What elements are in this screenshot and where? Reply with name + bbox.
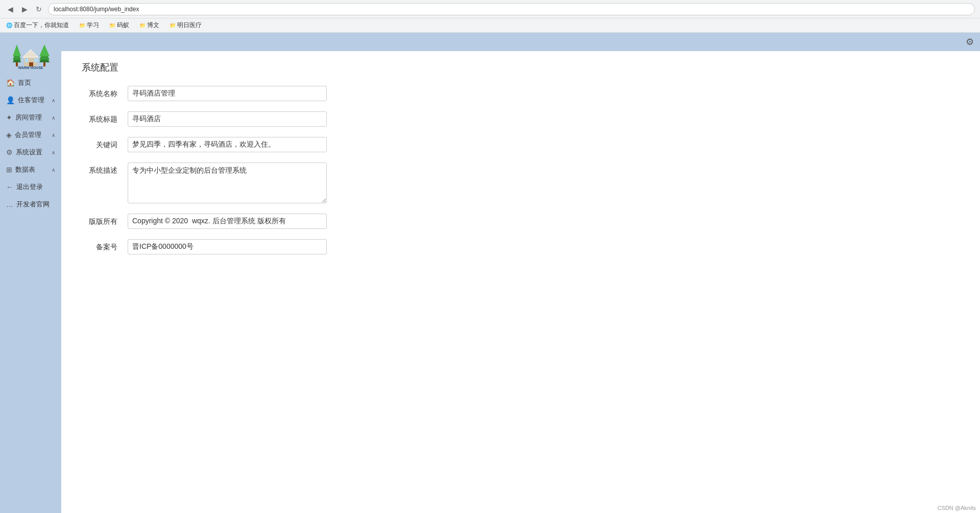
sidebar-logout-label: 退出登录	[16, 182, 43, 192]
svg-rect-4	[16, 62, 18, 66]
bookmark-learn[interactable]: 📁 学习	[77, 20, 101, 31]
input-copyright[interactable]	[128, 214, 327, 229]
main-content: ⚙ 系统配置 系统名称 系统标题 关键词 系统描述	[61, 33, 980, 513]
label-keywords: 关键词	[82, 137, 117, 152]
bookmark-label: 百度一下，你就知道	[14, 21, 69, 30]
label-sys-name: 系统名称	[82, 86, 117, 101]
member-icon: ◈	[6, 131, 12, 139]
form-row-sys-title: 系统标题	[82, 111, 965, 127]
reload-button[interactable]: ↻	[34, 4, 44, 14]
bookmark-label: 码蚁	[117, 21, 129, 30]
folder-icon: 📁	[170, 22, 176, 28]
label-copyright: 版版所有	[82, 214, 117, 229]
page-title: 系统配置	[77, 61, 965, 74]
top-bar: ⚙	[61, 33, 980, 51]
forward-button[interactable]: ▶	[19, 4, 30, 14]
developer-icon: …	[6, 200, 13, 208]
svg-text:WARM HOUSE: WARM HOUSE	[18, 66, 43, 69]
sidebar-nav: 🏠 首页 👤 住客管理 ∧ ✦ 房间管理 ∧	[0, 74, 61, 213]
sidebar-developer-label: 开发者官网	[16, 200, 50, 209]
form-row-keywords: 关键词	[82, 137, 965, 152]
app-container: WARM HOUSE 🏠 首页 👤 住客管理 ∧	[0, 33, 980, 513]
sidebar-home-label: 首页	[18, 78, 31, 87]
form-row-sys-name: 系统名称	[82, 86, 965, 101]
label-description: 系统描述	[82, 162, 117, 178]
chevron-icon: ∧	[52, 150, 55, 155]
sidebar: WARM HOUSE 🏠 首页 👤 住客管理 ∧	[0, 33, 61, 513]
sidebar-residents-label: 住客管理	[18, 96, 44, 105]
sidebar-rooms-label: 房间管理	[15, 113, 42, 122]
browser-bar: ◀ ▶ ↻	[0, 0, 980, 18]
input-sys-title[interactable]	[128, 111, 327, 127]
textarea-description[interactable]: 专为中小型企业定制的后台管理系统	[128, 162, 327, 203]
footer-text: CSDN @Aknits	[938, 505, 976, 511]
svg-rect-8	[43, 62, 45, 66]
logout-icon: ←	[6, 183, 13, 191]
bookmark-label: 学习	[87, 21, 99, 30]
bookmark-icon: 🌐	[6, 22, 12, 28]
folder-icon: 📁	[139, 22, 146, 28]
bookmarks-bar: 🌐 百度一下，你就知道 📁 学习 📁 码蚁 📁 博文 📁 明日医疗	[0, 18, 980, 33]
form-row-copyright: 版版所有	[82, 214, 965, 229]
label-beian: 备案号	[82, 239, 117, 254]
input-keywords[interactable]	[128, 137, 327, 152]
sidebar-item-residents[interactable]: 👤 住客管理 ∧	[0, 91, 61, 109]
sidebar-data-label: 数据表	[15, 165, 35, 174]
sidebar-item-logout[interactable]: ← 退出登录	[0, 178, 61, 196]
gear-button[interactable]: ⚙	[966, 36, 974, 48]
input-sys-name[interactable]	[128, 86, 327, 101]
chevron-icon: ∧	[52, 132, 55, 138]
settings-icon: ⚙	[6, 148, 13, 156]
sidebar-item-members[interactable]: ◈ 会员管理 ∧	[0, 126, 61, 144]
sidebar-settings-label: 系统设置	[16, 148, 42, 157]
user-icon: 👤	[6, 96, 15, 104]
sidebar-item-developer[interactable]: … 开发者官网	[0, 196, 61, 213]
svg-rect-13	[34, 59, 37, 62]
bookmark-label: 博文	[147, 21, 159, 30]
bookmark-meiyi[interactable]: 📁 码蚁	[107, 20, 131, 31]
url-bar[interactable]	[48, 3, 975, 15]
chevron-icon: ∧	[52, 98, 55, 103]
folder-icon: 📁	[79, 22, 85, 28]
bookmark-medical[interactable]: 📁 明日医疗	[168, 20, 204, 31]
sidebar-item-rooms[interactable]: ✦ 房间管理 ∧	[0, 109, 61, 126]
sidebar-item-data[interactable]: ⊞ 数据表 ∧	[0, 161, 61, 178]
label-sys-title: 系统标题	[82, 111, 117, 127]
bookmark-baidu[interactable]: 🌐 百度一下，你就知道	[4, 20, 71, 31]
folder-icon: 📁	[109, 22, 115, 28]
bookmark-label: 明日医疗	[177, 21, 202, 30]
footer: CSDN @Aknits	[934, 503, 980, 513]
input-beian[interactable]	[128, 239, 327, 254]
home-icon: 🏠	[6, 79, 15, 87]
sidebar-item-home[interactable]: 🏠 首页	[0, 74, 61, 91]
chevron-icon: ∧	[52, 115, 55, 121]
form-row-beian: 备案号	[82, 239, 965, 254]
bookmark-bowen[interactable]: 📁 博文	[137, 20, 161, 31]
sidebar-members-label: 会员管理	[15, 130, 41, 139]
room-icon: ✦	[6, 113, 12, 122]
form-row-description: 系统描述 专为中小型企业定制的后台管理系统	[82, 162, 965, 203]
logo-svg: WARM HOUSE	[8, 37, 54, 70]
back-button[interactable]: ◀	[5, 4, 15, 14]
chevron-icon: ∧	[52, 167, 55, 173]
data-icon: ⊞	[6, 166, 12, 174]
config-form: 系统名称 系统标题 关键词 系统描述 专为中小型企业定制的后台管理系统 版版所有	[77, 86, 965, 254]
svg-rect-12	[25, 59, 28, 62]
sidebar-logo: WARM HOUSE	[0, 33, 61, 74]
sidebar-item-settings[interactable]: ⚙ 系统设置 ∧	[0, 144, 61, 161]
